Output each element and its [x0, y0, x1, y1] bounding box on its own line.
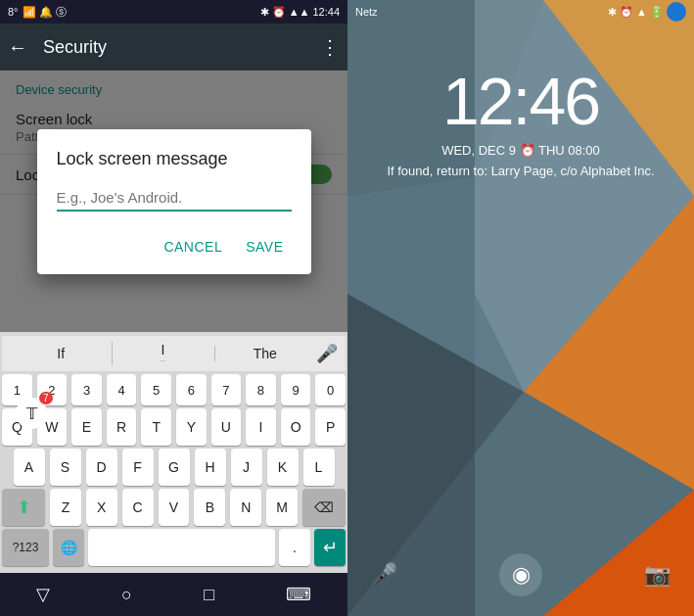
notification-icons: 📶 🔔 ⓢ	[23, 5, 67, 20]
key-x[interactable]: X	[86, 489, 117, 526]
keyboard: If I ··· The 🎤 1 2 3 4 5 6 7 8 9 0 Q	[0, 332, 347, 573]
lock-status-bar: Netz ✱ ⏰ ▲ 🔋 👤	[347, 0, 694, 24]
key-e[interactable]: E	[71, 408, 102, 446]
key-k[interactable]: K	[267, 449, 299, 486]
mic-icon[interactable]: 🎤	[316, 343, 338, 364]
lock-signal-icon: ▲	[636, 6, 647, 18]
dialog-title: Lock screen message	[57, 149, 292, 169]
key-v[interactable]: V	[159, 489, 190, 526]
lock-avatar-icon: 👤	[667, 2, 686, 22]
status-temp: 8°	[8, 6, 19, 18]
key-8[interactable]: 8	[246, 374, 276, 405]
suggestion-if[interactable]: If	[10, 340, 112, 367]
suggestion-i[interactable]: I ···	[112, 336, 213, 371]
key-t[interactable]: T	[141, 408, 171, 446]
suggestion-the[interactable]: The	[214, 340, 316, 367]
lock-bottom-controls: 🎤 ◉ 📷	[347, 553, 694, 596]
key-o[interactable]: O	[281, 408, 311, 446]
nav-keyboard-icon[interactable]: ⌨	[286, 584, 311, 605]
right-panel: Netz ✱ ⏰ ▲ 🔋 👤 12:46 WED, DEC 9 ⏰ THU 08…	[347, 0, 694, 616]
nav-bar-left: ▽ ○ □ ⌨	[0, 573, 347, 616]
key-b[interactable]: B	[194, 489, 225, 526]
bluetooth-icon: ✱	[260, 6, 269, 19]
key-g[interactable]: G	[159, 449, 190, 486]
key-d[interactable]: D	[86, 449, 117, 486]
status-time: 12:44	[312, 6, 340, 18]
key-r[interactable]: R	[107, 408, 137, 446]
lock-mic-icon[interactable]: 🎤	[371, 562, 397, 588]
nav-back-icon[interactable]: ▽	[36, 584, 50, 605]
key-p[interactable]: P	[315, 408, 346, 446]
status-bar-left: 8° 📶 🔔 ⓢ ✱ ⏰ ▲▲ 12:44	[0, 0, 347, 24]
key-i[interactable]: I	[246, 408, 276, 446]
key-6[interactable]: 6	[176, 374, 207, 405]
key-f[interactable]: F	[122, 449, 154, 486]
key-u[interactable]: U	[211, 408, 242, 446]
key-3[interactable]: 3	[71, 374, 102, 405]
shift-key[interactable]: ⬆	[2, 489, 45, 526]
key-4[interactable]: 4	[107, 374, 137, 405]
page-title: Security	[43, 37, 304, 58]
key-n[interactable]: N	[230, 489, 261, 526]
alarm-icon: ⏰	[272, 6, 286, 19]
key-row-asdf: A S D F G H J K L	[2, 449, 346, 486]
nav-recents-icon[interactable]: □	[204, 585, 214, 605]
numbers-key[interactable]: ?123	[2, 529, 49, 566]
key-0[interactable]: 0	[315, 374, 346, 405]
more-options-icon[interactable]: ⋮	[320, 35, 340, 59]
lock-alarm-icon: ⏰	[620, 6, 633, 19]
lock-status-right: ✱ ⏰ ▲ 🔋 👤	[608, 2, 686, 22]
key-7[interactable]: 7	[211, 374, 242, 405]
settings-content: Device security Screen lock Pattern Lock…	[0, 71, 347, 332]
back-button[interactable]: ←	[8, 36, 27, 59]
left-panel: 8° 📶 🔔 ⓢ ✱ ⏰ ▲▲ 12:44 ← Security ⋮ Devic…	[0, 0, 347, 616]
key-row-zxcv: ⬆ Z X C V B N M ⌫	[2, 489, 346, 526]
globe-key[interactable]: 🌐	[53, 529, 84, 566]
period-key[interactable]: .	[279, 529, 310, 566]
key-j[interactable]: J	[231, 449, 262, 486]
key-s[interactable]: S	[50, 449, 81, 486]
lock-date-display: WED, DEC 9 ⏰ THU 08:00	[347, 143, 694, 158]
status-right-icons: ✱ ⏰ ▲▲ 12:44	[260, 6, 340, 19]
lock-battery-icon: 🔋	[650, 6, 664, 19]
key-l[interactable]: L	[303, 449, 335, 486]
dialog-overlay: Lock screen message CANCEL SAVE	[0, 71, 347, 332]
lock-carrier: Netz	[355, 6, 378, 18]
fingerprint-icon[interactable]: ◉	[499, 553, 542, 596]
key-a[interactable]: A	[14, 449, 45, 486]
key-y[interactable]: Y	[176, 408, 207, 446]
delete-key[interactable]: ⌫	[302, 489, 346, 526]
top-bar: ← Security ⋮	[0, 24, 347, 71]
save-button[interactable]: SAVE	[238, 231, 291, 262]
signal-icon: ▲▲	[289, 6, 310, 18]
keyboard-suggestions-bar: If I ··· The 🎤	[2, 336, 346, 371]
number-row: 1 2 3 4 5 6 7 8 9 0	[2, 374, 346, 405]
key-row-bottom: ?123 🌐 . ↵	[2, 529, 346, 566]
cancel-button[interactable]: CANCEL	[156, 231, 230, 262]
lock-time-display: 12:46	[347, 63, 694, 139]
key-5[interactable]: 5	[141, 374, 171, 405]
space-key[interactable]	[88, 529, 275, 566]
lock-message-display: If found, return to: Larry Page, c/o Alp…	[347, 164, 694, 178]
key-c[interactable]: C	[122, 489, 154, 526]
key-h[interactable]: H	[195, 449, 226, 486]
lock-camera-icon[interactable]: 📷	[644, 562, 671, 588]
status-left-icons: 8° 📶 🔔 ⓢ	[8, 5, 67, 20]
dialog-buttons: CANCEL SAVE	[57, 227, 292, 266]
lock-message-input[interactable]	[57, 185, 292, 212]
lock-screen-message-dialog: Lock screen message CANCEL SAVE	[37, 129, 311, 274]
nav-home-icon[interactable]: ○	[121, 585, 132, 605]
enter-key[interactable]: ↵	[314, 529, 346, 566]
key-row-qwerty: Q W E R T Y U I O P	[2, 408, 346, 446]
key-m[interactable]: M	[266, 489, 298, 526]
nyt-badge-count: 7	[39, 392, 53, 404]
lock-bt-icon: ✱	[608, 6, 617, 19]
key-9[interactable]: 9	[281, 374, 311, 405]
key-z[interactable]: Z	[50, 489, 81, 526]
